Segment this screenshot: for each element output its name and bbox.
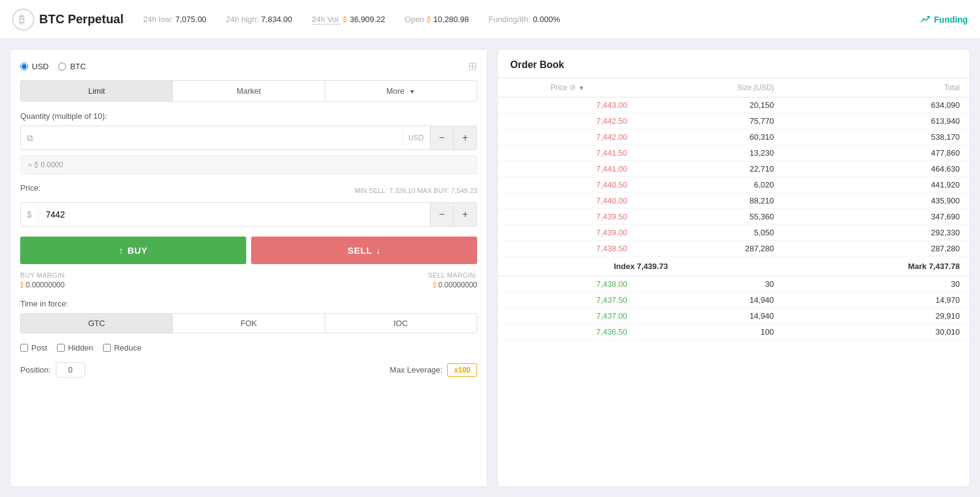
index-value: Index 7,439.73	[498, 257, 784, 276]
tab-more-label: More	[386, 86, 405, 96]
copy-icon: ⧉	[21, 128, 39, 148]
post-checkbox[interactable]	[20, 344, 28, 352]
dollar-icon: $	[21, 205, 39, 224]
quantity-decrement-button[interactable]: −	[430, 126, 453, 150]
funding-link[interactable]: Funding	[921, 15, 968, 25]
sell-margin-label: SELL MARGIN:	[428, 271, 477, 279]
stat-24h-low: 24h low: 7,075.00	[143, 15, 206, 24]
ask-price[interactable]: 7,439.50	[498, 209, 637, 225]
bid-row: 7,436.50 100 30,010	[498, 324, 970, 340]
ask-size: 6,020	[637, 177, 783, 193]
sell-button[interactable]: SELL ↓	[251, 237, 477, 264]
ask-price[interactable]: 7,439.00	[498, 225, 637, 241]
bid-price[interactable]: 7,437.00	[498, 308, 637, 324]
sort-icon[interactable]: ▼	[578, 85, 584, 91]
price-input-row: $ − +	[20, 202, 477, 227]
ask-total: 287,280	[784, 241, 970, 257]
ask-total: 292,330	[784, 225, 970, 241]
sell-margin-btc-icon: ₿	[433, 281, 437, 289]
tab-fok[interactable]: FOK	[173, 314, 325, 333]
price-increment-button[interactable]: +	[453, 203, 477, 226]
tif-tabs: GTC FOK IOC	[20, 313, 477, 333]
stat-24h-vol-label: 24h Vol.	[312, 15, 341, 25]
ask-row: 7,439.50 55,360 347,690	[498, 209, 970, 225]
ask-size: 75,770	[637, 113, 783, 129]
order-book-panel: Order Book Price ⊘ ▼ Size (USD) Total	[497, 49, 970, 487]
ask-price[interactable]: 7,441.50	[498, 145, 637, 161]
reduce-checkbox-item[interactable]: Reduce	[103, 343, 141, 352]
tab-limit[interactable]: Limit	[21, 81, 173, 101]
price-input[interactable]	[39, 205, 430, 224]
buy-margin-label: BUY MARGIN:	[20, 271, 67, 279]
buy-margin-value: ₿ 0.00000000	[20, 281, 67, 289]
ask-price[interactable]: 7,438.50	[498, 241, 637, 257]
currency-usd-radio[interactable]	[20, 63, 28, 70]
bid-price[interactable]: 7,438.00	[498, 276, 637, 292]
stat-24h-low-label: 24h low:	[143, 15, 173, 24]
stat-24h-vol-value: 36,909.22	[350, 15, 385, 24]
ask-price[interactable]: 7,442.50	[498, 113, 637, 129]
ask-price[interactable]: 7,440.00	[498, 193, 637, 209]
ask-size: 20,150	[637, 97, 783, 113]
buy-button[interactable]: ↑ BUY	[20, 237, 246, 264]
ask-size: 5,050	[637, 225, 783, 241]
tab-market[interactable]: Market	[173, 81, 325, 101]
checkbox-row: Post Hidden Reduce	[20, 343, 477, 352]
quantity-stepper: − +	[430, 126, 477, 150]
leverage-label: Max Leverage:	[390, 365, 442, 374]
order-type-tabs: Limit Market More ▼	[20, 80, 477, 102]
quantity-input-row: ⧉ USD − +	[20, 126, 477, 150]
svg-text:₿: ₿	[19, 13, 24, 26]
sell-margin-amount: 0.00000000	[439, 281, 477, 289]
hidden-checkbox-item[interactable]: Hidden	[57, 343, 93, 352]
currency-btc-radio[interactable]	[58, 63, 66, 70]
currency-usd-option[interactable]: USD	[20, 62, 48, 71]
ob-table-header-row: Price ⊘ ▼ Size (USD) Total	[498, 78, 970, 97]
reduce-label: Reduce	[114, 343, 141, 352]
ask-row: 7,439.00 5,050 292,330	[498, 225, 970, 241]
action-buttons: ↑ BUY SELL ↓	[20, 237, 477, 264]
page-title: BTC Perpetual	[39, 12, 124, 26]
quantity-increment-button[interactable]: +	[453, 126, 477, 150]
bid-size: 100	[637, 324, 783, 340]
tab-ioc[interactable]: IOC	[325, 314, 477, 333]
leverage-badge[interactable]: x100	[447, 363, 477, 377]
ask-total: 441,920	[784, 177, 970, 193]
quantity-input[interactable]	[39, 129, 402, 148]
bid-price[interactable]: 7,437.50	[498, 292, 637, 308]
buy-margin-btc-icon: ₿	[20, 281, 24, 289]
currency-selector: USD BTC	[20, 62, 86, 71]
post-checkbox-item[interactable]: Post	[20, 343, 47, 352]
ask-row: 7,440.50 6,020 441,920	[498, 177, 970, 193]
stat-24h-vol: 24h Vol. ₿ 36,909.22	[312, 15, 385, 25]
calculator-icon[interactable]: ⊞	[468, 59, 477, 73]
hidden-checkbox[interactable]	[57, 344, 65, 352]
tab-gtc[interactable]: GTC	[21, 314, 173, 333]
currency-btc-option[interactable]: BTC	[58, 62, 86, 71]
bid-price[interactable]: 7,436.50	[498, 324, 637, 340]
chevron-down-icon: ▼	[409, 88, 415, 95]
stat-24h-low-value: 7,075.00	[175, 15, 206, 24]
ask-price[interactable]: 7,442.00	[498, 129, 637, 145]
position-section: Position:	[20, 362, 85, 377]
order-book-title: Order Book	[498, 50, 970, 78]
ask-price[interactable]: 7,443.00	[498, 97, 637, 113]
stat-funding: Funding/8h: 0.000%	[488, 15, 560, 24]
buy-arrow-icon: ↑	[119, 245, 124, 256]
ask-size: 88,210	[637, 193, 783, 209]
currency-btc-label: BTC	[70, 62, 86, 71]
reduce-checkbox[interactable]	[103, 344, 111, 352]
stat-24h-high-value: 7,834.00	[261, 15, 292, 24]
ask-price[interactable]: 7,441.00	[498, 161, 637, 177]
brand-logo: ₿ BTC Perpetual	[12, 9, 124, 31]
bid-row: 7,437.00 14,940 29,910	[498, 308, 970, 324]
ask-row: 7,442.00 60,310 538,170	[498, 129, 970, 145]
ask-row: 7,442.50 75,770 613,940	[498, 113, 970, 129]
bid-total: 29,910	[784, 308, 970, 324]
bid-total: 30,010	[784, 324, 970, 340]
price-decrement-button[interactable]: −	[430, 203, 453, 226]
ask-price[interactable]: 7,440.50	[498, 177, 637, 193]
tab-more[interactable]: More ▼	[325, 81, 477, 101]
filter-icon[interactable]: ⊘	[570, 83, 576, 92]
position-input[interactable]	[56, 362, 85, 377]
